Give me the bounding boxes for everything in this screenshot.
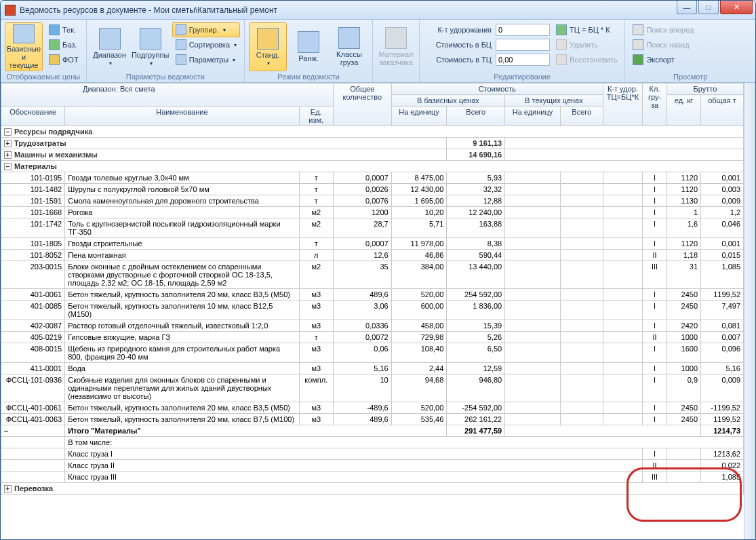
- cost-bc-input[interactable]: [496, 39, 550, 51]
- col-bkg[interactable]: ед. кг: [667, 95, 700, 126]
- vertical-scrollbar[interactable]: [744, 83, 755, 539]
- close-button[interactable]: ✕: [720, 1, 753, 14]
- col-cost: Стоимость: [391, 83, 603, 95]
- col-bpu[interactable]: На единицу: [391, 107, 447, 126]
- table-row[interactable]: 203-0015Блоки оконные с двойным остеклен…: [1, 261, 744, 289]
- subgroups-button[interactable]: Подгруппы▾: [132, 22, 170, 71]
- expand-icon[interactable]: +: [4, 151, 12, 159]
- table-row[interactable]: +Трудозатраты9 161,13: [1, 138, 744, 149]
- table-row[interactable]: 101-1668Рогожам2120010,2012 240,00I11,2: [1, 207, 744, 218]
- table-row[interactable]: В том числе:: [1, 437, 744, 448]
- standard-button[interactable]: Станд.▾: [249, 22, 287, 71]
- table-row[interactable]: Класс груза IIII0,022: [1, 460, 744, 471]
- col-cpt[interactable]: Всего: [560, 107, 603, 126]
- col-qty[interactable]: Общее количество: [333, 83, 391, 126]
- group-label: Просмотр: [629, 71, 751, 81]
- table-row[interactable]: ФССЦ-101-0936Скобяные изделия для оконны…: [1, 374, 744, 402]
- table-row[interactable]: –Ресурсы подрядчика: [1, 126, 744, 138]
- table-row[interactable]: 101-1805Гвозди строительныет0,000711 978…: [1, 238, 744, 250]
- cargo-classes-button[interactable]: Классы груза: [330, 22, 368, 71]
- expand-icon[interactable]: +: [4, 485, 12, 493]
- col-bt[interactable]: общая т: [701, 95, 744, 126]
- delete-icon: [556, 39, 567, 50]
- formula-icon: [556, 24, 567, 35]
- table-row[interactable]: 101-8052Пена монтажнаял12,646,86590,44II…: [1, 250, 744, 261]
- tek-button[interactable]: Тек.: [45, 22, 82, 37]
- rank-icon: [298, 31, 319, 53]
- baz-button[interactable]: Баз.: [45, 37, 82, 52]
- search-icon: [633, 39, 643, 50]
- table-row[interactable]: 101-1591Смола каменноугольная для дорожн…: [1, 195, 744, 207]
- col-bp: В базисных ценах: [391, 95, 504, 107]
- table-row[interactable]: 402-0087Раствор готовый отделочный тяжел…: [1, 320, 744, 332]
- range-label: Диапазон:: [83, 85, 118, 93]
- material-icon: [385, 27, 407, 49]
- cost-tc-input[interactable]: [496, 54, 550, 66]
- table-row[interactable]: 101-1742Толь с крупнозернистой посыпкой …: [1, 218, 744, 238]
- maximize-button[interactable]: □: [698, 1, 719, 14]
- col-brutto: Брутто: [667, 83, 743, 95]
- delete-button[interactable]: Удалить: [553, 37, 620, 52]
- table-row[interactable]: –Материалы: [1, 161, 744, 172]
- sort-button[interactable]: Сортировка▾: [172, 37, 240, 52]
- table-row[interactable]: 411-0001Водам35,162,4412,59I10005,16: [1, 363, 744, 374]
- col-kl[interactable]: Кл. гру-за: [643, 83, 667, 126]
- subgroups-icon: [140, 28, 161, 50]
- table-row[interactable]: 408-0015Щебень из природного камня для с…: [1, 343, 744, 363]
- titlebar: Ведомость ресурсов в документе - Мои сме…: [1, 1, 755, 20]
- expand-icon[interactable]: +: [4, 140, 12, 147]
- table-row[interactable]: ФССЦ-401-0063Бетон тяжелый, крупность за…: [1, 414, 744, 425]
- col-ed[interactable]: Ед. изм.: [299, 107, 333, 126]
- excel-icon: [633, 54, 643, 65]
- group-label: Редактирование: [424, 71, 620, 81]
- params-button[interactable]: Параметры▾: [172, 52, 240, 67]
- formula-button[interactable]: ТЦ = БЦ * К: [553, 22, 620, 37]
- restore-button[interactable]: Восстановить: [553, 52, 620, 67]
- collapse-icon[interactable]: –: [4, 128, 12, 136]
- col-kt[interactable]: К-т удор. ТЦ=БЦ*К: [603, 83, 643, 126]
- group-label: Отображаемые цены: [5, 71, 82, 81]
- standard-icon: [257, 28, 279, 50]
- find-forward-button[interactable]: Поиск вперед: [629, 22, 697, 37]
- ribbon: Базисные и текущие Тек. Баз. ФОТ Отображ…: [1, 20, 755, 83]
- col-bpt[interactable]: Всего: [447, 107, 505, 126]
- minimize-button[interactable]: —: [677, 1, 697, 14]
- find-back-button[interactable]: Поиск назад: [629, 37, 697, 52]
- label: Базисные и текущие: [7, 45, 41, 69]
- table-row[interactable]: 101-0195Гвозди толевые круглые 3,0х40 мм…: [1, 172, 744, 184]
- classes-icon: [338, 27, 360, 49]
- table-icon: [13, 24, 35, 43]
- table-row[interactable]: ФССЦ-401-0061Бетон тяжелый, крупность за…: [1, 402, 744, 414]
- basic-current-button[interactable]: Базисные и текущие: [5, 22, 43, 71]
- table-row[interactable]: 101-1482Шурупы с полукруглой головкой 5х…: [1, 184, 744, 195]
- collapse-icon[interactable]: –: [4, 163, 12, 170]
- table-row[interactable]: –Итого "Материалы"291 477,591214,73: [1, 425, 744, 437]
- app-icon: [5, 5, 16, 16]
- rank-button[interactable]: Ранж.: [290, 22, 327, 71]
- price-icon: [49, 24, 60, 35]
- table-row[interactable]: 405-0219Гипсовые вяжущие, марка ГЗт0,007…: [1, 332, 744, 343]
- export-button[interactable]: Экспорт: [629, 52, 697, 67]
- table-row[interactable]: +Машины и механизмы14 690,16: [1, 149, 744, 161]
- group-button[interactable]: Группир.▾: [172, 22, 240, 37]
- table-row[interactable]: 401-0061Бетон тяжелый, крупность заполни…: [1, 289, 744, 301]
- grid[interactable]: Диапазон: Вся смета Общее количество Сто…: [1, 83, 744, 539]
- col-name[interactable]: Наименование: [65, 107, 299, 126]
- table-row[interactable]: +Перевозка: [1, 483, 744, 495]
- fot-button[interactable]: ФОТ: [45, 52, 82, 67]
- kt-input[interactable]: [496, 24, 550, 36]
- col-cpu[interactable]: На единицу: [505, 107, 561, 126]
- collapse-icon[interactable]: –: [4, 427, 8, 435]
- table-row[interactable]: Класс груза IIIIII1,085: [1, 471, 744, 483]
- table-row[interactable]: Класс груза II1213,62: [1, 448, 744, 460]
- params-icon: [176, 54, 186, 65]
- group-label: [377, 71, 415, 81]
- customer-material-button[interactable]: Материал заказчика: [377, 22, 415, 71]
- group-icon: [176, 24, 186, 35]
- cost-tc-label: Стоимость в ТЦ: [424, 56, 492, 64]
- range-button[interactable]: Диапазон▾: [91, 22, 129, 71]
- table-row[interactable]: 401-0085Бетон тяжелый, крупность заполни…: [1, 301, 744, 320]
- col-obo[interactable]: Обоснование: [1, 107, 65, 126]
- kt-label: К-т удорожания: [424, 26, 492, 34]
- cost-bc-label: Стоимость в БЦ: [424, 41, 492, 49]
